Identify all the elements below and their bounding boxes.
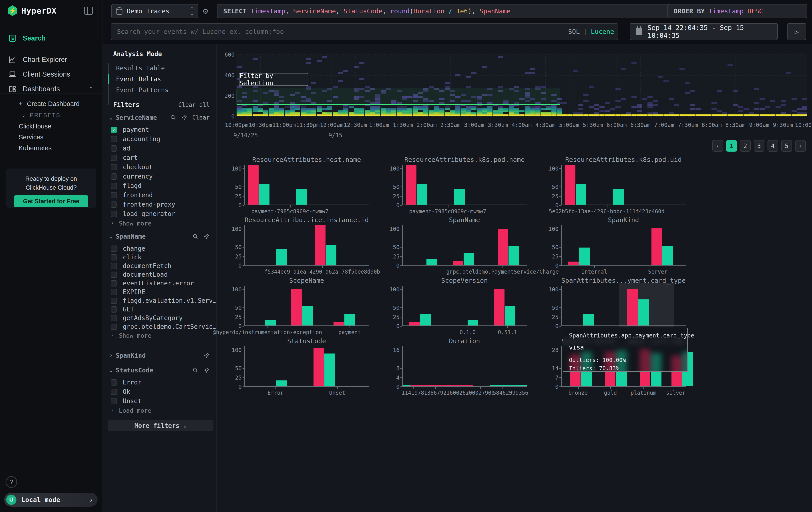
inliers-bar[interactable] [276,249,287,265]
inliers-bar[interactable] [468,320,478,325]
outliers-bar[interactable] [494,289,504,325]
outliers-bar[interactable] [651,228,662,265]
filter-checkbox-currency[interactable]: currency [111,173,153,180]
inliers-bar[interactable] [662,246,673,265]
filter-checkbox-error[interactable]: Error [111,379,141,386]
chart-plot[interactable]: 10050250payment-7985c8969c-mwmw7 [402,165,527,205]
create-dashboard-button[interactable]: + Create Dashboard [0,99,102,109]
inliers-bar[interactable] [490,385,527,386]
outliers-bar[interactable] [565,165,575,205]
inliers-bar[interactable] [276,380,287,386]
inliers-bar[interactable] [326,245,337,265]
filter-checkbox-documentload[interactable]: documentLoad [111,271,168,278]
filter-checkbox-frontend-proxy[interactable]: frontend-proxy [111,201,175,208]
sidebar-preset-services[interactable]: Services [0,132,102,142]
sidebar-preset-clickhouse[interactable]: ClickHouse [0,122,102,131]
gear-icon[interactable]: ⚙ [203,6,208,16]
pin-icon[interactable] [203,352,210,359]
page-next-button[interactable]: › [795,140,806,152]
more-filters-button[interactable]: More filters ⌄ [108,420,213,431]
inliers-bar[interactable] [420,314,431,325]
inliers-bar[interactable] [579,247,590,265]
chart-plot[interactable]: 10050250f5344ec9-a1ea-4290-a62a-78f5bee8… [244,225,369,266]
analysis-mode-event-deltas[interactable]: Event Deltas [116,76,161,83]
inliers-bar[interactable] [427,259,437,265]
chart-plot[interactable]: 10050250grpc.oteldemo.PaymentService/Cha… [402,225,527,266]
page-1-button[interactable]: 1 [726,140,737,152]
inliers-bar[interactable] [583,314,594,325]
search-icon[interactable] [192,367,199,373]
filter-by-selection-button[interactable]: Filter by Selection [239,73,309,86]
pin-icon[interactable] [203,367,210,373]
filter-show-more[interactable]: ›Show more [111,332,151,339]
chart-plot[interactable]: 10050250ErrorUnset [244,346,369,387]
filter-checkbox-ad[interactable]: ad [111,145,130,152]
filters-clear-all[interactable]: Clear all [178,102,210,108]
outliers-bar[interactable] [498,229,508,265]
inliers-bar[interactable] [464,253,474,265]
inliers-bar[interactable] [417,184,427,205]
sidebar-item-dashboards[interactable]: Dashboards⌃ [0,82,102,96]
sidebar-item-search[interactable]: Search [0,31,102,46]
search-icon[interactable] [192,233,199,240]
chart-plot[interactable]: 1684011419781386792160026720002790058462… [402,346,527,387]
filter-checkbox-click[interactable]: click [111,253,141,261]
lang-sql-option[interactable]: SQL [568,28,580,35]
filter-checkbox-accounting[interactable]: accounting [111,135,160,143]
filter-checkbox-flagd-evaluation-v1-serv-[interactable]: flagd.evaluation.v1.Serv… [111,297,216,304]
page-prev-button[interactable]: ‹ [713,140,723,152]
inliers-bar[interactable] [403,385,410,386]
chart-plot[interactable]: 100502505e02b5fb-13ae-4296-bbbc-111f423c… [561,165,686,205]
inliers-bar[interactable] [324,353,335,386]
sidebar-preset-kubernetes[interactable]: Kubernetes [0,143,102,153]
outliers-bar[interactable] [334,322,344,325]
help-button[interactable]: ? [5,476,17,488]
page-3-button[interactable]: 3 [754,140,764,152]
run-query-button[interactable]: ▷ [787,23,806,40]
filter-group-clear[interactable]: Clear [192,114,210,121]
get-started-button[interactable]: Get Started for Free [14,195,88,207]
outliers-bar[interactable] [315,225,325,265]
analysis-mode-results-table[interactable]: Results Table [116,64,165,72]
filter-checkbox-ok[interactable]: Ok [111,388,130,395]
inliers-bar[interactable] [638,299,649,325]
filter-checkbox-grpc-oteldemo-cartservic-[interactable]: grpc.oteldemo.CartServic… [111,323,216,330]
search-input[interactable] [111,23,618,40]
sidebar-item-client-sessions[interactable]: Client Sessions [0,67,102,81]
filter-show-more[interactable]: ›Show more [111,220,151,227]
pin-icon[interactable] [181,114,187,120]
outliers-bar[interactable] [627,289,638,325]
inliers-bar[interactable] [259,184,269,205]
outliers-bar[interactable] [291,289,302,325]
filter-checkbox-change[interactable]: change [111,245,145,252]
outliers-bar[interactable] [314,348,324,386]
outliers-bar[interactable] [406,165,416,205]
sidebar-item-chart-explorer[interactable]: Chart Explorer [0,53,102,67]
chart-plot[interactable]: 10050250@hyperdx/instrumentation-excepti… [244,286,369,326]
filter-checkbox-eventlistener-error[interactable]: eventListener.error [111,279,194,287]
order-by-editor[interactable]: ORDER BY Timestamp DESC [667,4,807,18]
pin-icon[interactable] [203,233,210,240]
page-5-button[interactable]: 5 [781,140,792,152]
inliers-bar[interactable] [613,189,624,205]
chart-plot[interactable]: 10050250payment-7985c8969c-mwmw7 [244,165,369,205]
heatmap-selection[interactable] [237,89,560,105]
inliers-bar[interactable] [296,189,307,205]
outliers-bar[interactable] [409,322,420,325]
chart-plot[interactable]: 10050250InternalServer [561,225,686,266]
filter-checkbox-payment[interactable]: ✓payment [111,126,149,133]
filter-group-servicename[interactable]: ⌄ServiceNameClear [109,113,210,122]
inliers-bar[interactable] [344,314,355,325]
local-mode-button[interactable]: U Local mode › [4,493,97,507]
heatmap-canvas[interactable] [237,55,807,116]
filter-checkbox-getadsbycategory[interactable]: getAdsByCategory [111,314,183,322]
page-4-button[interactable]: 4 [767,140,778,152]
filter-checkbox-get[interactable]: GET [111,306,134,313]
outliers-bar[interactable] [410,385,473,386]
filter-checkbox-unset[interactable]: Unset [111,397,141,405]
inliers-bar[interactable] [454,189,465,205]
filter-group-statuscode[interactable]: ⌄StatusCode [109,366,210,375]
filter-group-spanname[interactable]: ⌄SpanName [109,232,210,241]
outliers-bar[interactable] [568,262,579,265]
filter-group-spankind[interactable]: ›SpanKind [109,351,210,360]
